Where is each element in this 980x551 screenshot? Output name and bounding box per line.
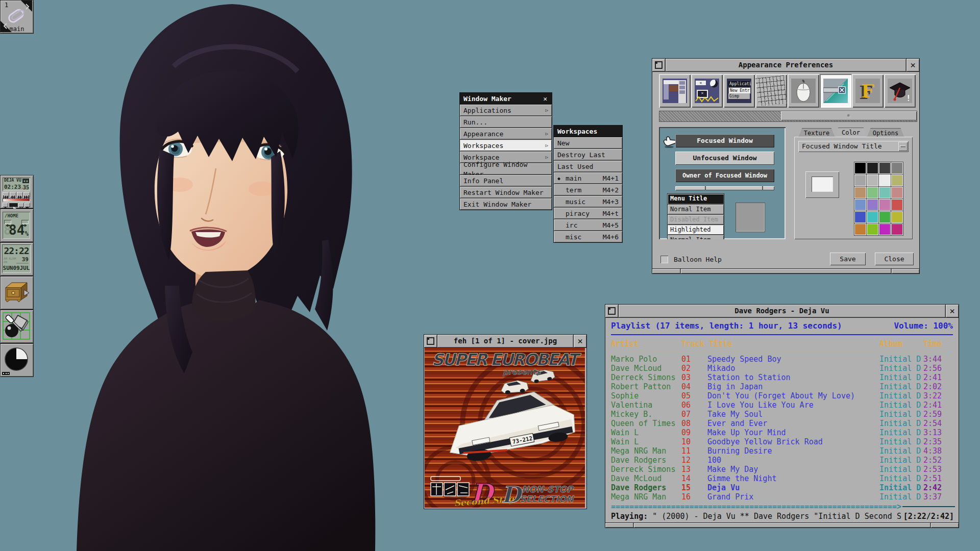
palette-swatch-10[interactable] (879, 187, 891, 198)
music-rewind-button[interactable] (10, 192, 16, 197)
playlist-resizebar[interactable] (605, 522, 959, 528)
track-row-15[interactable]: Dave Rodgers15Deja VuInitial D2:42 (606, 483, 958, 492)
menu-item-exit-window-maker[interactable]: Exit Window Maker (460, 198, 552, 210)
prefs-tab-mouse[interactable] (788, 74, 819, 108)
preview-menu-highlighted-highlighted[interactable]: Highlighted (668, 225, 724, 235)
track-row-13[interactable]: Derreck Simons13Make My DayInitial D2:53 (606, 465, 958, 474)
menu-item-workspaces[interactable]: Workspaces▷ (460, 140, 552, 152)
preview-icon-swatch[interactable] (736, 203, 765, 232)
music-pause-button[interactable] (18, 203, 24, 207)
palette-swatch-7[interactable] (891, 174, 903, 186)
music-eject-button[interactable] (3, 203, 8, 207)
track-row-12[interactable]: Dave Rodgers12100Initial D2:52 (606, 456, 958, 465)
palette-swatch-21[interactable] (867, 223, 878, 235)
music-play-button[interactable] (9, 203, 18, 207)
palette-swatch-13[interactable] (867, 199, 878, 211)
column-header-time[interactable]: Time (923, 339, 942, 348)
prefs-icon-scrollbar[interactable] (659, 111, 917, 122)
palette-swatch-2[interactable] (879, 162, 891, 174)
menu-item-appearance[interactable]: Appearance▷ (460, 128, 552, 140)
palette-swatch-20[interactable] (854, 223, 866, 235)
workspace-item-misc[interactable]: miscM4+6 (554, 231, 622, 242)
palette-swatch-23[interactable] (891, 223, 903, 235)
menu-item-configure-window-maker[interactable]: Configure Window Maker (460, 163, 552, 175)
close-button[interactable]: Close (875, 253, 914, 265)
preview-menu-normal-item-normal[interactable]: Normal Item (668, 235, 724, 239)
prefs-tab-window-prefs[interactable] (659, 74, 691, 108)
appearance-resizebar[interactable] (652, 268, 919, 273)
palette-swatch-8[interactable] (854, 187, 866, 198)
palette-swatch-9[interactable] (867, 187, 878, 198)
column-header-artist[interactable]: Artist (611, 339, 639, 348)
playlist-miniaturize-button[interactable] (605, 305, 619, 317)
palette-swatch-11[interactable] (891, 187, 903, 198)
palette-swatch-22[interactable] (879, 223, 891, 235)
menu-item-run[interactable]: Run... (460, 116, 552, 128)
palette-swatch-15[interactable] (891, 199, 903, 211)
playlist-close-button[interactable]: ✕ (945, 305, 959, 317)
palette-swatch-16[interactable] (854, 211, 866, 223)
palette-swatch-5[interactable] (867, 174, 878, 186)
track-row-14[interactable]: Dave McLoud14Gimme the NightInitial D2:5… (606, 474, 958, 483)
music-forward-button[interactable] (17, 192, 23, 197)
dropdown-handle-icon[interactable] (898, 142, 908, 151)
preview-menu-normal-item-normal[interactable]: Normal Item (668, 205, 724, 215)
appearance-close-button[interactable]: ✕ (906, 59, 919, 71)
palette-swatch-19[interactable] (891, 211, 903, 223)
prefs-tab-fonts[interactable]: F (852, 74, 884, 108)
menu-item-new[interactable]: New (554, 137, 622, 149)
workspace-item-irc[interactable]: ircM4+5 (554, 219, 622, 231)
prefs-tab-appearance[interactable] (820, 74, 851, 108)
feh-close-button[interactable]: ✕ (573, 335, 586, 347)
palette-swatch-0[interactable] (854, 162, 866, 174)
root-menu-close-icon[interactable]: ✕ (542, 95, 548, 103)
workspace-item-piracy[interactable]: piracyM4+t (554, 208, 622, 219)
palette-swatch-14[interactable] (879, 199, 891, 211)
palette-swatch-3[interactable] (891, 162, 903, 174)
appearance-titlebar[interactable]: Appearance Preferences ✕ (652, 59, 919, 72)
track-row-05[interactable]: Sophie05Don't You (Forget About My Love)… (606, 391, 958, 400)
track-row-09[interactable]: Wain L09Make Up Your MindInitial D3:13 (606, 428, 958, 437)
track-row-11[interactable]: Mega NRG Man11Burning DesireInitial D4:3… (606, 446, 958, 456)
preview-unfocused-window-button[interactable]: Unfocused Window (675, 152, 774, 165)
balloon-help-checkbox[interactable] (660, 256, 668, 263)
save-button[interactable]: Save (830, 253, 866, 265)
workspace-item-main[interactable]: ◆mainM4+1 (554, 172, 622, 184)
prefs-icon-scrollbar-knob[interactable] (781, 111, 917, 120)
palette-swatch-6[interactable] (879, 174, 891, 186)
playlist-titlebar[interactable]: Dave Rodgers - Deja Vu ✕ (605, 305, 959, 318)
color-target-dropdown[interactable]: Focused Window Title (798, 141, 909, 152)
music-progress-bar[interactable] (3, 198, 30, 202)
track-row-10[interactable]: Wain L10Goodbye Yellow Brick RoadInitial… (606, 437, 958, 446)
root-menu-titlebar[interactable]: Window Maker ✕ (460, 93, 552, 105)
feh-miniaturize-button[interactable] (424, 335, 437, 347)
palette-swatch-12[interactable] (854, 199, 866, 211)
feh-titlebar[interactable]: feh [1 of 1] - cover.jpg ✕ (424, 335, 586, 348)
menu-item-restart-window-maker[interactable]: Restart Window Maker (460, 187, 552, 198)
appearance-miniaturize-button[interactable] (652, 59, 666, 71)
track-row-07[interactable]: Mickey B.07Take My SoulInitial D2:59 (606, 410, 958, 419)
tab-color[interactable]: Color (835, 128, 867, 138)
prefs-tab-window-focus[interactable]: ✕ ✕ (691, 74, 723, 108)
palette-swatch-18[interactable] (879, 211, 891, 223)
menu-item-info-panel[interactable]: Info Panel (460, 175, 552, 187)
track-row-03[interactable]: Derreck Simons03Station to StationInitia… (606, 373, 958, 382)
menu-item-destroy-last[interactable]: Destroy Last (554, 149, 622, 161)
preview-resizebar[interactable] (675, 186, 774, 190)
column-header-album[interactable]: Album (879, 339, 902, 348)
color-well[interactable] (805, 171, 839, 198)
preview-focused-window-button[interactable]: Focused Window (675, 134, 774, 147)
palette-swatch-4[interactable] (854, 174, 866, 186)
menu-item-last-used[interactable]: Last Used (554, 161, 622, 172)
track-row-06[interactable]: Valentina06I Love You Like You AreInitia… (606, 400, 958, 410)
palette-swatch-17[interactable] (867, 211, 878, 223)
track-row-16[interactable]: Mega NRG Man16Grand PrixInitial D3:37 (606, 492, 958, 502)
prefs-tab-menu-prefs[interactable]: Applicati New Entr Gimp (723, 74, 755, 108)
workspace-item-term[interactable]: termM4+2 (554, 184, 622, 196)
column-header-title[interactable]: Track Title (681, 339, 732, 348)
preview-menu-menu-title-title[interactable]: Menu Title (668, 194, 724, 205)
workspace-item-music[interactable]: musicM4+3 (554, 196, 622, 208)
music-prev-button[interactable] (3, 192, 9, 197)
prefs-tab-expert[interactable]: ! (884, 74, 916, 108)
workspaces-submenu-titlebar[interactable]: Workspaces (554, 126, 622, 137)
